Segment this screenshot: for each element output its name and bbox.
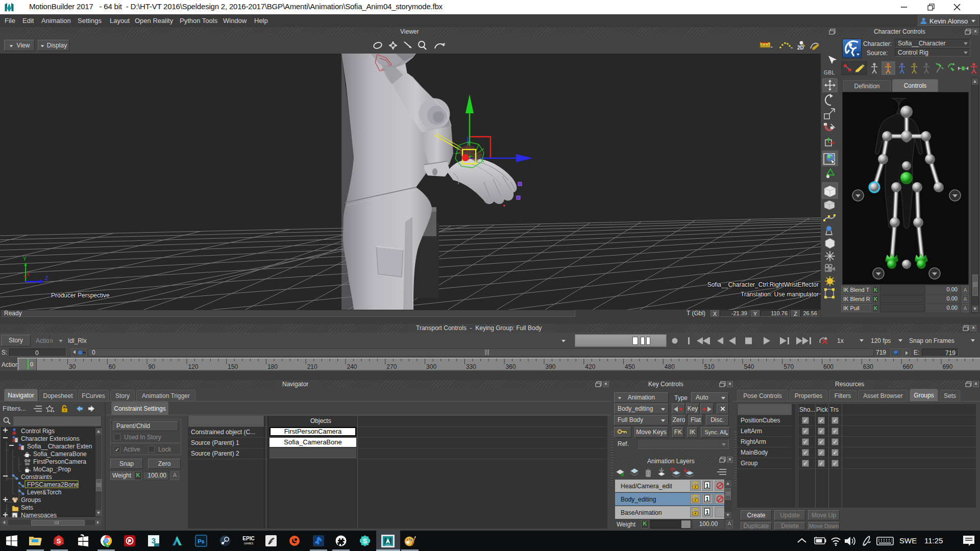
svg-text:2D: 2D [797, 45, 804, 51]
svg-text:S: S [363, 538, 367, 545]
svg-text:GBL: GBL [824, 70, 835, 76]
svg-text:MoCap_:Prop: MoCap_:Prop [33, 466, 71, 473]
svg-text:GAMES: GAMES [244, 542, 254, 545]
svg-text:330: 330 [466, 363, 476, 370]
svg-text:450: 450 [625, 363, 635, 370]
svg-text:a: a [13, 514, 16, 517]
svg-text:Sofia__Character Exten: Sofia__Character Exten [27, 443, 92, 450]
svg-text:690: 690 [942, 363, 952, 370]
svg-text:240: 240 [347, 363, 357, 370]
svg-text:90: 90 [149, 363, 156, 370]
svg-text:Sets: Sets [21, 504, 33, 511]
svg-text:300: 300 [426, 363, 436, 370]
svg-text:420: 420 [585, 363, 595, 370]
svg-text:Lever&Torch: Lever&Torch [27, 489, 61, 496]
svg-text:540: 540 [744, 363, 754, 370]
svg-text:Sofia_CameraBone: Sofia_CameraBone [33, 450, 87, 458]
svg-text:150: 150 [228, 363, 238, 370]
svg-text:600: 600 [823, 363, 834, 370]
svg-text:660: 660 [903, 363, 913, 370]
svg-text:Translation: Use manipulator: Translation: Use manipulator [741, 291, 819, 298]
svg-text:570: 570 [783, 363, 794, 370]
svg-text:120: 120 [188, 363, 198, 370]
svg-text:Z: Z [45, 275, 48, 281]
svg-text:Constraints: Constraints [21, 473, 52, 481]
svg-text:360: 360 [506, 363, 516, 370]
svg-text:480: 480 [665, 363, 675, 370]
svg-text:270: 270 [386, 363, 397, 370]
svg-text:Groups: Groups [21, 496, 41, 504]
svg-text:390: 390 [546, 363, 556, 370]
svg-text:Character Extensions: Character Extensions [21, 435, 80, 442]
svg-text:30: 30 [69, 363, 76, 370]
svg-text:60: 60 [109, 363, 116, 370]
svg-text:210: 210 [307, 363, 317, 370]
svg-text:Namespaces: Namespaces [21, 512, 57, 517]
svg-text:X: X [27, 272, 30, 277]
svg-text:MOBU: MOBU [385, 544, 391, 546]
svg-text:Y: Y [23, 256, 27, 262]
svg-text:Producer Perspective: Producer Perspective [51, 292, 110, 299]
svg-text:Ps: Ps [198, 538, 204, 544]
svg-text:FPSCamera2Bone: FPSCamera2Bone [27, 481, 79, 488]
svg-text:Sofia__Character_Ctrl:RightWri: Sofia__Character_Ctrl:RightWristEffector [707, 281, 819, 288]
svg-text:510: 510 [704, 363, 715, 370]
svg-text:FirstPersonCamera: FirstPersonCamera [33, 458, 86, 465]
svg-text:S: S [57, 537, 61, 545]
svg-text:Control Rigs: Control Rigs [21, 428, 55, 435]
svg-text:630: 630 [863, 363, 873, 370]
svg-text:180: 180 [267, 363, 278, 370]
svg-text:EPIC: EPIC [242, 536, 254, 541]
